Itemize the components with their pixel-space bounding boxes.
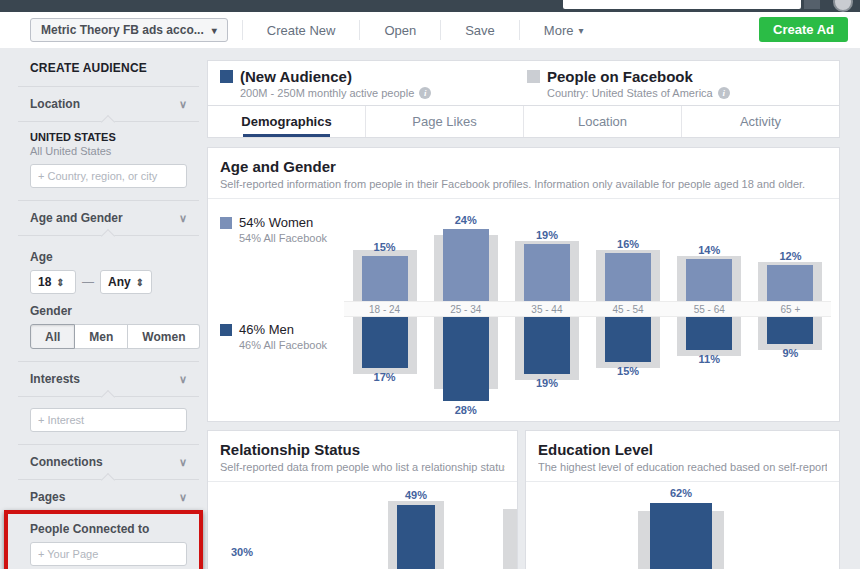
- panel-subtitle: Self-reported data from people who list …: [220, 461, 505, 473]
- women-bar[interactable]: [443, 229, 489, 301]
- men-bar-value: 19%: [506, 377, 587, 389]
- age-group: 14% 55 - 64 11%: [669, 209, 750, 417]
- legend-women-label: 54% Women: [239, 215, 327, 230]
- panel-title: Relationship Status: [220, 441, 505, 458]
- gender-women-button[interactable]: Women: [128, 324, 200, 349]
- panel-subtitle: Self-reported information from people in…: [220, 178, 827, 190]
- age-group: 24% 25 - 34 28%: [425, 209, 506, 417]
- chevron-down-icon: ∨: [179, 212, 187, 225]
- save-button[interactable]: Save: [443, 23, 517, 38]
- panel-subtitle: The highest level of education reached b…: [538, 461, 827, 473]
- tab-bar: Demographics Page Likes Location Activit…: [207, 106, 840, 138]
- age-band-label: 55 - 64: [669, 301, 750, 317]
- education-chart: 62%: [526, 482, 839, 569]
- interest-input[interactable]: [38, 414, 179, 426]
- men-bar-value: 28%: [425, 404, 506, 416]
- divider: [242, 20, 243, 40]
- women-bar[interactable]: [605, 253, 651, 301]
- women-bar[interactable]: [362, 256, 408, 301]
- account-dropdown[interactable]: Metric Theory FB ads acco... ▾: [30, 18, 228, 42]
- gender-all-button[interactable]: All: [30, 324, 75, 349]
- age-min-select[interactable]: 18 ⇕: [30, 270, 76, 294]
- women-bar-value: 12%: [750, 250, 831, 262]
- new-audience-title: (New Audience): [240, 68, 352, 85]
- men-bar[interactable]: [443, 317, 489, 401]
- age-max-select[interactable]: Any ⇕: [100, 270, 152, 294]
- relationship-bar-value: 49%: [388, 489, 444, 501]
- new-audience-swatch: [220, 70, 233, 83]
- age-gender-panel-header: Age and Gender Self-reported information…: [208, 148, 839, 199]
- legend-men: 46% Men 46% All Facebook: [220, 322, 344, 351]
- men-bar[interactable]: [767, 317, 813, 344]
- chevron-down-icon: ▾: [212, 25, 217, 36]
- open-button[interactable]: Open: [362, 23, 438, 38]
- create-new-button[interactable]: Create New: [245, 23, 358, 38]
- sidebar-section-interests[interactable]: Interests ∨: [18, 361, 199, 397]
- chevron-down-icon: ∨: [179, 373, 187, 386]
- women-bar-value: 16%: [588, 238, 669, 250]
- main-content: (New Audience) 200M - 250M monthly activ…: [207, 48, 840, 569]
- global-search-input[interactable]: [563, 0, 801, 9]
- women-bar-value: 15%: [344, 241, 425, 253]
- divider: [519, 20, 520, 40]
- updown-icon: ⇕: [136, 277, 144, 288]
- benchmark-subtitle: Country: United States of America: [547, 87, 713, 99]
- relationship-bar[interactable]: [397, 505, 435, 569]
- benchmark-swatch: [527, 70, 540, 83]
- pages-body: People Connected to People Not Connected…: [18, 514, 199, 569]
- legend-women: 54% Women 54% All Facebook: [220, 215, 344, 244]
- women-bar-value: 14%: [669, 244, 750, 256]
- new-audience-summary: (New Audience) 200M - 250M monthly activ…: [220, 68, 527, 105]
- age-gender-chart: 15% 18 - 24 17% 24% 25 - 34 28% 19% 35 -…: [344, 209, 831, 417]
- gender-men-button[interactable]: Men: [75, 324, 128, 349]
- panel-title: Education Level: [538, 441, 827, 458]
- women-bar[interactable]: [767, 265, 813, 301]
- legend-men-label: 46% Men: [239, 322, 327, 337]
- men-bar[interactable]: [686, 317, 732, 350]
- info-icon[interactable]: i: [419, 87, 431, 99]
- sidebar-section-connections[interactable]: Connections ∨: [18, 444, 199, 480]
- tab-demographics[interactable]: Demographics: [208, 106, 366, 137]
- tab-location[interactable]: Location: [524, 106, 682, 137]
- audience-header-card: (New Audience) 200M - 250M monthly activ…: [207, 60, 840, 106]
- location-input[interactable]: [38, 170, 179, 182]
- gender-segmented-control: All Men Women: [30, 324, 187, 349]
- men-bar[interactable]: [605, 317, 651, 362]
- age-band-label: 35 - 44: [506, 301, 587, 317]
- create-ad-button[interactable]: Create Ad: [759, 17, 848, 42]
- tab-page-likes[interactable]: Page Likes: [366, 106, 524, 137]
- legend-women-sub: 54% All Facebook: [239, 232, 327, 244]
- men-bar[interactable]: [524, 317, 570, 374]
- chevron-down-icon: ∨: [179, 456, 187, 469]
- people-connected-input[interactable]: [38, 548, 179, 560]
- women-bar[interactable]: [524, 244, 570, 301]
- bottom-panels: Relationship Status Self-reported data f…: [207, 430, 840, 569]
- education-bar-value: 62%: [638, 487, 724, 499]
- education-level-panel: Education Level The highest level of edu…: [525, 430, 840, 569]
- men-bar[interactable]: [362, 317, 408, 368]
- relationship-status-panel: Relationship Status Self-reported data f…: [207, 430, 518, 569]
- info-icon[interactable]: i: [718, 87, 730, 99]
- location-input-wrap: [30, 164, 187, 188]
- avatar[interactable]: [833, 0, 853, 12]
- chart-legend: 54% Women 54% All Facebook 46% Men 46% A…: [220, 209, 344, 417]
- search-icon[interactable]: [804, 0, 820, 9]
- divider: [359, 20, 360, 40]
- chevron-down-icon: ▾: [578, 25, 583, 36]
- tab-activity[interactable]: Activity: [682, 106, 839, 137]
- region-name: UNITED STATES: [30, 131, 187, 143]
- education-bar[interactable]: [650, 503, 712, 569]
- women-bar[interactable]: [686, 259, 732, 301]
- legend-women-swatch: [220, 217, 232, 229]
- sidebar-title: CREATE AUDIENCE: [18, 48, 199, 87]
- age-band-label: 25 - 34: [425, 301, 506, 317]
- legend-men-swatch: [220, 324, 232, 336]
- relationship-partial-gray-bar[interactable]: [503, 509, 518, 569]
- toolbar: Metric Theory FB ads acco... ▾ Create Ne…: [0, 12, 860, 48]
- interest-input-wrap: [30, 408, 187, 432]
- men-bar-value: 15%: [588, 365, 669, 377]
- sidebar-section-location[interactable]: Location ∨: [18, 87, 199, 122]
- more-menu-button[interactable]: More ▾: [522, 23, 606, 38]
- age-band-label: 18 - 24: [344, 301, 425, 317]
- sidebar-section-age-gender[interactable]: Age and Gender ∨: [18, 200, 199, 236]
